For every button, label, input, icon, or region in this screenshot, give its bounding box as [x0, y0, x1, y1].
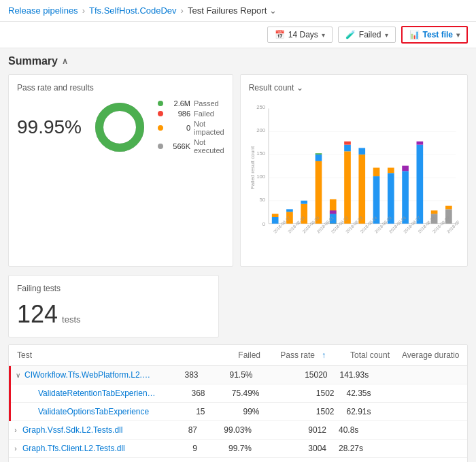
child-avgdur-1-1: 42.35s — [341, 389, 468, 398]
table-row-parent-2[interactable]: › Graph.Vssf.Sdk.L2.Tests.dll 87 99.03% … — [9, 421, 467, 440]
status-chevron-icon: ▾ — [385, 31, 388, 39]
failing-tests-title: Failing tests — [17, 284, 210, 293]
summary-collapse-icon[interactable]: ∧ — [62, 56, 68, 66]
svg-rect-41 — [416, 145, 423, 224]
pass-rate-content: 99.95% — [17, 99, 224, 154]
row-failed-3: 9 — [156, 444, 204, 453]
svg-text:0: 0 — [262, 221, 265, 227]
breadcrumb-sep-2: › — [181, 5, 184, 16]
row-group-4: › WorkItemTracking.Tfs.ExtendedClient.L2… — [9, 458, 467, 462]
col-header-sort[interactable]: ↑ — [322, 350, 335, 360]
svg-rect-42 — [416, 142, 423, 145]
calendar-icon: 📅 — [275, 30, 285, 39]
table-row-parent-3[interactable]: › Graph.Tfs.Client.L2.Tests.dll 9 99.7% … — [9, 440, 467, 458]
svg-rect-30 — [344, 151, 351, 223]
row-failed-2: 87 — [156, 425, 204, 435]
svg-rect-31 — [344, 145, 351, 152]
svg-text:Failed result count: Failed result count — [249, 146, 255, 189]
svg-rect-21 — [286, 209, 293, 212]
failed-label: Failed — [194, 110, 214, 118]
groupby-chevron-icon: ▾ — [456, 31, 460, 39]
row-avgdur-3: 28.27s — [333, 444, 467, 453]
svg-rect-33 — [358, 154, 365, 224]
breadcrumb-item-3: Test Failures Report — [188, 5, 267, 16]
expand-icon-3[interactable]: › — [9, 445, 22, 452]
breadcrumb-item-1[interactable]: Release pipelines — [8, 5, 78, 16]
main-content: Summary ∧ Pass rate and results 99.95% — [0, 48, 476, 462]
passed-label: Passed — [194, 99, 219, 108]
row-passrate-3: 99.7% — [204, 444, 258, 453]
row-group-1: ∨ CIWorkflow.Tfs.WebPlatform.L2.Tests.dl… — [9, 366, 467, 421]
child-avgdur-1-2: 62.91s — [341, 407, 468, 416]
row-avgdur-2: 40.8s — [333, 425, 467, 435]
failed-value: 986 — [167, 110, 190, 118]
breadcrumb-dropdown-icon[interactable]: ⌄ — [269, 5, 277, 16]
breadcrumb-item-2[interactable]: Tfs.SelfHost.CodeDev — [89, 5, 177, 16]
table-row-child-1-1[interactable]: ValidateRetentionTabExperienceForTfvcPro… — [11, 384, 467, 403]
child-passrate-1-2: 99% — [212, 407, 267, 416]
row-group-3: › Graph.Tfs.Client.L2.Tests.dll 9 99.7% … — [9, 440, 467, 458]
row-name-2: Graph.Vssf.Sdk.L2.Tests.dll — [22, 425, 156, 435]
col-header-passrate: Pass rate — [267, 350, 322, 360]
table-header: Test Failed Pass rate ↑ Total count Aver… — [9, 345, 467, 366]
expand-icon-1[interactable]: ∨ — [11, 372, 24, 379]
failing-tests-row: Failing tests 124 tests — [8, 275, 468, 337]
flask-icon: 🧪 — [345, 30, 356, 39]
col-header-test: Test — [9, 350, 220, 360]
passed-dot — [158, 101, 163, 106]
child-name-1-2: ValidateOptionsTabExperience — [24, 407, 165, 416]
failing-count: 124 — [17, 300, 58, 329]
row-total-3: 3004 — [272, 444, 333, 453]
expand-icon-2[interactable]: › — [9, 427, 22, 434]
pass-rate-title: Pass rate and results — [17, 83, 224, 93]
pass-rate-card: Pass rate and results 99.95% — [8, 74, 233, 267]
data-table: Test Failed Pass rate ↑ Total count Aver… — [8, 344, 468, 462]
svg-rect-34 — [358, 148, 365, 154]
failing-unit: tests — [62, 314, 80, 325]
svg-text:250: 250 — [256, 104, 265, 110]
row-passrate-1: 91.5% — [205, 370, 260, 380]
groupby-filter-button[interactable]: 📊 Test file ▾ — [401, 26, 468, 44]
legend-not-impacted: 0 Not impacted — [158, 120, 224, 136]
status-label: Failed — [359, 30, 381, 39]
table-row-parent-1[interactable]: ∨ CIWorkflow.Tfs.WebPlatform.L2.Tests.dl… — [11, 366, 467, 384]
status-filter-button[interactable]: 🧪 Failed ▾ — [338, 27, 396, 43]
summary-header: Summary ∧ — [8, 55, 468, 67]
result-count-card: Result count ⌄ 0 50 100 — [240, 74, 468, 267]
row-passrate-2: 99.03% — [204, 425, 258, 435]
result-count-chevron-icon[interactable]: ⌄ — [296, 83, 303, 93]
passed-value: 2.6M — [167, 99, 190, 108]
svg-rect-46 — [445, 206, 452, 210]
legend-passed: 2.6M Passed — [158, 99, 224, 108]
svg-rect-19 — [271, 214, 278, 217]
days-chevron-icon: ▾ — [322, 31, 325, 39]
days-filter-button[interactable]: 📅 14 Days ▾ — [267, 27, 333, 43]
toolbar: 📅 14 Days ▾ 🧪 Failed ▾ 📊 Test file ▾ — [0, 22, 476, 48]
row-name-3: Graph.Tfs.Client.L2.Tests.dll — [22, 444, 156, 453]
table-row-child-1-2[interactable]: ValidateOptionsTabExperience 15 99% 1502… — [11, 403, 467, 421]
breadcrumb-sep-1: › — [82, 5, 85, 16]
child-failed-1-1: 368 — [165, 389, 212, 398]
pass-rate-value: 99.95% — [17, 116, 82, 138]
svg-rect-24 — [315, 161, 322, 224]
svg-rect-25 — [315, 154, 322, 161]
col-header-total: Total count — [335, 350, 396, 360]
svg-rect-38 — [388, 167, 394, 173]
row-group-2: › Graph.Vssf.Sdk.L2.Tests.dll 87 99.03% … — [9, 421, 467, 440]
failing-count-row: 124 tests — [17, 300, 210, 329]
days-label: 14 Days — [288, 30, 318, 39]
failed-dot — [158, 111, 163, 116]
donut-svg — [92, 100, 147, 154]
svg-rect-29 — [330, 210, 337, 214]
cards-row: Pass rate and results 99.95% — [8, 74, 468, 267]
col-header-avgdur: Average duratio — [396, 350, 467, 360]
child-passrate-1-1: 75.49% — [212, 389, 267, 398]
svg-rect-26 — [315, 153, 322, 154]
svg-text:50: 50 — [259, 197, 265, 203]
table-row-parent-4[interactable]: › WorkItemTracking.Tfs.ExtendedClient.L2… — [9, 458, 467, 462]
summary-title: Summary — [8, 55, 58, 67]
not-executed-dot — [158, 144, 163, 149]
svg-rect-36 — [373, 167, 379, 176]
svg-text:150: 150 — [256, 150, 265, 156]
child-name-1-1: ValidateRetentionTabExperienceForTfvcPro… — [24, 389, 165, 398]
